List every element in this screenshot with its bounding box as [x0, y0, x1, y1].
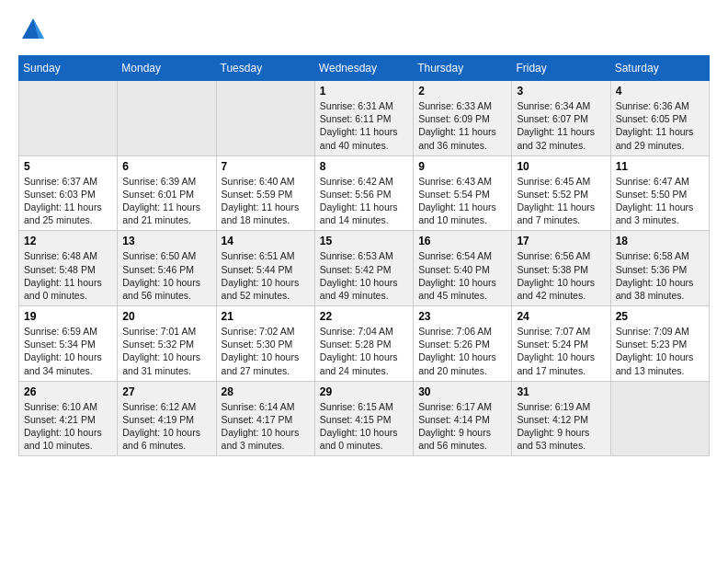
day-info: Sunrise: 6:14 AM Sunset: 4:17 PM Dayligh… — [222, 400, 310, 453]
day-number: 27 — [122, 385, 210, 398]
day-number: 20 — [122, 310, 210, 323]
day-info: Sunrise: 6:10 AM Sunset: 4:21 PM Dayligh… — [24, 400, 112, 453]
calendar-cell — [19, 81, 118, 156]
day-number: 25 — [616, 310, 704, 323]
page: SundayMondayTuesdayWednesdayThursdayFrid… — [0, 0, 728, 563]
day-info: Sunrise: 7:09 AM Sunset: 5:23 PM Dayligh… — [616, 325, 704, 377]
day-info: Sunrise: 6:34 AM Sunset: 6:07 PM Dayligh… — [517, 99, 605, 152]
calendar-cell: 27Sunrise: 6:12 AM Sunset: 4:19 PM Dayli… — [118, 381, 216, 456]
day-info: Sunrise: 6:53 AM Sunset: 5:42 PM Dayligh… — [320, 249, 408, 302]
calendar-day-header: Tuesday — [216, 56, 314, 81]
day-info: Sunrise: 6:31 AM Sunset: 6:11 PM Dayligh… — [320, 99, 408, 152]
day-info: Sunrise: 6:54 AM Sunset: 5:40 PM Dayligh… — [418, 249, 506, 302]
day-number: 28 — [222, 385, 310, 398]
day-info: Sunrise: 6:59 AM Sunset: 5:34 PM Dayligh… — [24, 325, 112, 377]
calendar-week-row: 5Sunrise: 6:37 AM Sunset: 6:03 PM Daylig… — [19, 155, 710, 231]
calendar-cell: 30Sunrise: 6:17 AM Sunset: 4:14 PM Dayli… — [414, 381, 512, 456]
day-info: Sunrise: 6:48 AM Sunset: 5:48 PM Dayligh… — [24, 249, 112, 302]
day-info: Sunrise: 6:50 AM Sunset: 5:46 PM Dayligh… — [122, 249, 210, 302]
day-info: Sunrise: 7:01 AM Sunset: 5:32 PM Dayligh… — [122, 325, 210, 377]
day-info: Sunrise: 6:17 AM Sunset: 4:14 PM Dayligh… — [418, 400, 506, 453]
calendar-cell: 23Sunrise: 7:06 AM Sunset: 5:26 PM Dayli… — [414, 306, 512, 382]
day-info: Sunrise: 6:39 AM Sunset: 6:01 PM Dayligh… — [122, 175, 210, 227]
calendar-week-row: 19Sunrise: 6:59 AM Sunset: 5:34 PM Dayli… — [19, 306, 710, 382]
calendar-cell: 9Sunrise: 6:43 AM Sunset: 5:54 PM Daylig… — [414, 155, 512, 231]
calendar-cell: 25Sunrise: 7:09 AM Sunset: 5:23 PM Dayli… — [610, 306, 709, 382]
day-info: Sunrise: 6:56 AM Sunset: 5:38 PM Dayligh… — [517, 249, 605, 302]
day-number: 18 — [616, 235, 704, 247]
calendar-cell: 19Sunrise: 6:59 AM Sunset: 5:34 PM Dayli… — [19, 306, 118, 382]
calendar-cell: 31Sunrise: 6:19 AM Sunset: 4:12 PM Dayli… — [512, 381, 610, 456]
calendar-cell: 12Sunrise: 6:48 AM Sunset: 5:48 PM Dayli… — [19, 231, 118, 306]
day-info: Sunrise: 6:37 AM Sunset: 6:03 PM Dayligh… — [24, 175, 112, 227]
day-number: 21 — [222, 310, 310, 323]
calendar-day-header: Saturday — [610, 56, 709, 81]
calendar-cell — [610, 381, 709, 456]
day-number: 11 — [616, 160, 704, 173]
day-info: Sunrise: 6:43 AM Sunset: 5:54 PM Dayligh… — [418, 175, 506, 227]
day-info: Sunrise: 6:15 AM Sunset: 4:15 PM Dayligh… — [320, 400, 408, 453]
calendar-day-header: Wednesday — [314, 56, 413, 81]
calendar-cell: 7Sunrise: 6:40 AM Sunset: 5:59 PM Daylig… — [216, 155, 314, 231]
calendar-cell — [118, 81, 216, 156]
day-info: Sunrise: 7:06 AM Sunset: 5:26 PM Dayligh… — [418, 325, 506, 377]
calendar-cell: 14Sunrise: 6:51 AM Sunset: 5:44 PM Dayli… — [216, 231, 314, 306]
calendar-cell: 22Sunrise: 7:04 AM Sunset: 5:28 PM Dayli… — [314, 306, 413, 382]
day-info: Sunrise: 6:33 AM Sunset: 6:09 PM Dayligh… — [418, 99, 506, 152]
calendar-cell — [216, 81, 314, 156]
calendar-cell: 15Sunrise: 6:53 AM Sunset: 5:42 PM Dayli… — [314, 231, 413, 306]
calendar-cell: 13Sunrise: 6:50 AM Sunset: 5:46 PM Dayli… — [118, 231, 216, 306]
day-number: 22 — [320, 310, 408, 323]
calendar-cell: 5Sunrise: 6:37 AM Sunset: 6:03 PM Daylig… — [19, 155, 118, 231]
day-number: 24 — [517, 310, 605, 323]
day-info: Sunrise: 6:51 AM Sunset: 5:44 PM Dayligh… — [222, 249, 310, 302]
day-number: 2 — [418, 85, 506, 98]
day-info: Sunrise: 6:45 AM Sunset: 5:52 PM Dayligh… — [517, 175, 605, 227]
day-number: 29 — [320, 385, 408, 398]
calendar-cell: 16Sunrise: 6:54 AM Sunset: 5:40 PM Dayli… — [414, 231, 512, 306]
calendar-week-row: 12Sunrise: 6:48 AM Sunset: 5:48 PM Dayli… — [19, 231, 710, 306]
day-info: Sunrise: 7:04 AM Sunset: 5:28 PM Dayligh… — [320, 325, 408, 377]
day-number: 19 — [24, 310, 112, 323]
calendar-cell: 28Sunrise: 6:14 AM Sunset: 4:17 PM Dayli… — [216, 381, 314, 456]
day-number: 7 — [222, 160, 310, 173]
day-info: Sunrise: 6:12 AM Sunset: 4:19 PM Dayligh… — [122, 400, 210, 453]
day-number: 8 — [320, 160, 408, 173]
calendar-cell: 10Sunrise: 6:45 AM Sunset: 5:52 PM Dayli… — [512, 155, 610, 231]
day-number: 14 — [222, 235, 310, 247]
header — [18, 15, 710, 44]
day-number: 12 — [24, 235, 112, 247]
calendar-cell: 29Sunrise: 6:15 AM Sunset: 4:15 PM Dayli… — [314, 381, 413, 456]
day-number: 13 — [122, 235, 210, 247]
calendar-day-header: Sunday — [19, 56, 118, 81]
calendar-cell: 11Sunrise: 6:47 AM Sunset: 5:50 PM Dayli… — [610, 155, 709, 231]
day-number: 10 — [517, 160, 605, 173]
day-info: Sunrise: 6:58 AM Sunset: 5:36 PM Dayligh… — [616, 249, 704, 302]
day-number: 15 — [320, 235, 408, 247]
calendar-cell: 21Sunrise: 7:02 AM Sunset: 5:30 PM Dayli… — [216, 306, 314, 382]
calendar-cell: 6Sunrise: 6:39 AM Sunset: 6:01 PM Daylig… — [118, 155, 216, 231]
calendar-cell: 1Sunrise: 6:31 AM Sunset: 6:11 PM Daylig… — [314, 81, 413, 156]
calendar-week-row: 26Sunrise: 6:10 AM Sunset: 4:21 PM Dayli… — [19, 381, 710, 456]
day-number: 6 — [122, 160, 210, 173]
day-info: Sunrise: 7:02 AM Sunset: 5:30 PM Dayligh… — [222, 325, 310, 377]
day-number: 17 — [517, 235, 605, 247]
calendar-table: SundayMondayTuesdayWednesdayThursdayFrid… — [18, 55, 710, 456]
day-info: Sunrise: 6:19 AM Sunset: 4:12 PM Dayligh… — [517, 400, 605, 453]
calendar-cell: 8Sunrise: 6:42 AM Sunset: 5:56 PM Daylig… — [314, 155, 413, 231]
calendar-cell: 24Sunrise: 7:07 AM Sunset: 5:24 PM Dayli… — [512, 306, 610, 382]
calendar-cell: 26Sunrise: 6:10 AM Sunset: 4:21 PM Dayli… — [19, 381, 118, 456]
day-number: 26 — [24, 385, 112, 398]
logo-icon — [18, 15, 48, 44]
day-info: Sunrise: 6:40 AM Sunset: 5:59 PM Dayligh… — [222, 175, 310, 227]
calendar-day-header: Friday — [512, 56, 610, 81]
calendar-cell: 17Sunrise: 6:56 AM Sunset: 5:38 PM Dayli… — [512, 231, 610, 306]
day-number: 9 — [418, 160, 506, 173]
day-number: 30 — [418, 385, 506, 398]
calendar-week-row: 1Sunrise: 6:31 AM Sunset: 6:11 PM Daylig… — [19, 81, 710, 156]
calendar-cell: 20Sunrise: 7:01 AM Sunset: 5:32 PM Dayli… — [118, 306, 216, 382]
calendar-cell: 2Sunrise: 6:33 AM Sunset: 6:09 PM Daylig… — [414, 81, 512, 156]
day-number: 23 — [418, 310, 506, 323]
day-number: 16 — [418, 235, 506, 247]
day-info: Sunrise: 7:07 AM Sunset: 5:24 PM Dayligh… — [517, 325, 605, 377]
